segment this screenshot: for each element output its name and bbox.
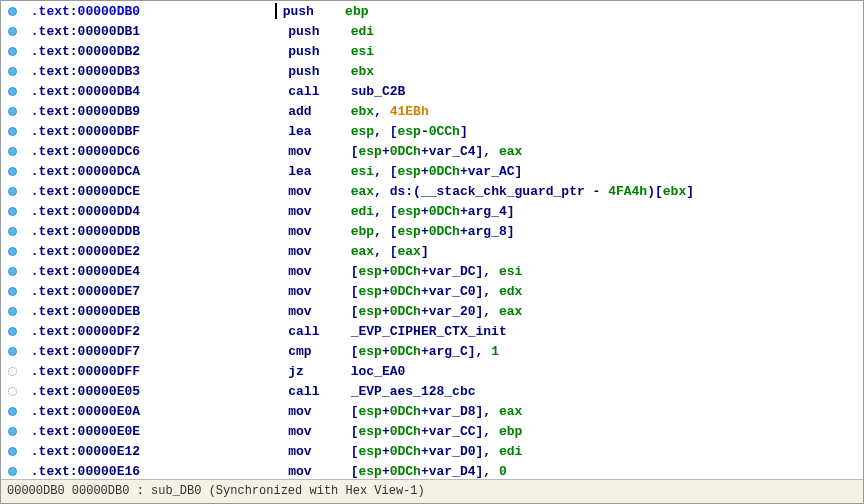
breakpoint-gutter[interactable] [1, 127, 23, 136]
breakpoint-dot-icon[interactable] [8, 67, 17, 76]
disasm-line[interactable]: .text:00000DFF jz loc_EA0 [1, 361, 863, 381]
breakpoint-dot-icon[interactable] [8, 7, 17, 16]
breakpoint-gutter[interactable] [1, 387, 23, 396]
breakpoint-gutter[interactable] [1, 187, 23, 196]
breakpoint-gutter[interactable] [1, 307, 23, 316]
breakpoint-gutter[interactable] [1, 67, 23, 76]
breakpoint-gutter[interactable] [1, 167, 23, 176]
breakpoint-dot-icon[interactable] [8, 247, 17, 256]
operands: eax, ds:(__stack_chk_guard_ptr - 4FA4h)[… [351, 184, 694, 199]
breakpoint-dot-icon[interactable] [8, 407, 17, 416]
disasm-line[interactable]: .text:00000E0A mov [esp+0DCh+var_D8], ea… [1, 401, 863, 421]
operand-reg: esp [359, 344, 382, 359]
breakpoint-dot-icon[interactable] [8, 147, 17, 156]
mnemonic: mov [288, 444, 350, 459]
address: .text:00000DE7 [31, 284, 140, 299]
operand-reg: esi [351, 44, 374, 59]
operand-p: ] [507, 204, 515, 219]
breakpoint-gutter[interactable] [1, 147, 23, 156]
breakpoint-gutter[interactable] [1, 87, 23, 96]
breakpoint-dot-icon[interactable] [8, 307, 17, 316]
breakpoint-dot-icon[interactable] [8, 127, 17, 136]
disasm-line[interactable]: .text:00000E12 mov [esp+0DCh+var_D0], ed… [1, 441, 863, 461]
operands: [esp+0DCh+var_D8], eax [351, 404, 523, 419]
breakpoint-gutter[interactable] [1, 427, 23, 436]
operand-num: 0CCh [429, 124, 460, 139]
operands: [esp+0DCh+var_DC], esi [351, 264, 523, 279]
disasm-line[interactable]: .text:00000DD4 mov edi, [esp+0DCh+arg_4] [1, 201, 863, 221]
disasm-line[interactable]: .text:00000DB1 push edi [1, 21, 863, 41]
disasm-line[interactable]: .text:00000E16 mov [esp+0DCh+var_D4], 0 [1, 461, 863, 479]
disasm-line[interactable]: .text:00000DB0 push ebp [1, 1, 863, 21]
operand-p: + [421, 144, 429, 159]
breakpoint-dot-icon[interactable] [8, 267, 17, 276]
breakpoint-gutter[interactable] [1, 107, 23, 116]
operands: esp, [esp-0CCh] [351, 124, 468, 139]
breakpoint-gutter[interactable] [1, 407, 23, 416]
breakpoint-gutter[interactable] [1, 467, 23, 476]
breakpoint-gutter[interactable] [1, 327, 23, 336]
disasm-line[interactable]: .text:00000DB4 call sub_C2B [1, 81, 863, 101]
disasm-line[interactable]: .text:00000DB2 push esi [1, 41, 863, 61]
operand-p: + [382, 344, 390, 359]
disasm-line[interactable]: .text:00000DBF lea esp, [esp-0CCh] [1, 121, 863, 141]
breakpoint-dot-icon[interactable] [8, 227, 17, 236]
disasm-line[interactable]: .text:00000DE4 mov [esp+0DCh+var_DC], es… [1, 261, 863, 281]
breakpoint-gutter[interactable] [1, 27, 23, 36]
disasm-line[interactable]: .text:00000DF2 call _EVP_CIPHER_CTX_init [1, 321, 863, 341]
operand-p: ], [476, 404, 499, 419]
disasm-line[interactable]: .text:00000DCE mov eax, ds:(__stack_chk_… [1, 181, 863, 201]
operand-reg: ebx [663, 184, 686, 199]
breakpoint-gutter[interactable] [1, 247, 23, 256]
disasm-line[interactable]: .text:00000DB3 push ebx [1, 61, 863, 81]
breakpoint-dot-icon[interactable] [8, 47, 17, 56]
operand-name: var_20 [429, 304, 476, 319]
disasm-line[interactable]: .text:00000DE7 mov [esp+0DCh+var_C0], ed… [1, 281, 863, 301]
breakpoint-dot-icon[interactable] [8, 87, 17, 96]
breakpoint-dot-icon[interactable] [8, 467, 17, 476]
operand-reg: ebp [499, 424, 522, 439]
breakpoint-dot-icon[interactable] [8, 27, 17, 36]
breakpoint-dot-icon[interactable] [8, 187, 17, 196]
breakpoint-gutter[interactable] [1, 227, 23, 236]
operand-p: )[ [647, 184, 663, 199]
breakpoint-dot-icon[interactable] [8, 447, 17, 456]
breakpoint-outline-icon[interactable] [8, 367, 17, 376]
breakpoint-gutter[interactable] [1, 7, 23, 16]
address: .text:00000DEB [31, 304, 140, 319]
breakpoint-gutter[interactable] [1, 347, 23, 356]
disasm-line[interactable]: .text:00000DF7 cmp [esp+0DCh+arg_C], 1 [1, 341, 863, 361]
breakpoint-gutter[interactable] [1, 267, 23, 276]
breakpoint-gutter[interactable] [1, 287, 23, 296]
breakpoint-gutter[interactable] [1, 207, 23, 216]
operands: ebx [351, 64, 374, 79]
breakpoint-dot-icon[interactable] [8, 287, 17, 296]
disasm-line[interactable]: .text:00000DB9 add ebx, 41EBh [1, 101, 863, 121]
breakpoint-dot-icon[interactable] [8, 167, 17, 176]
operands: loc_EA0 [351, 364, 406, 379]
breakpoint-dot-icon[interactable] [8, 207, 17, 216]
operand-p: + [460, 224, 468, 239]
operand-reg: esp [359, 464, 382, 479]
breakpoint-gutter[interactable] [1, 47, 23, 56]
disasm-line[interactable]: .text:00000E05 call _EVP_aes_128_cbc [1, 381, 863, 401]
disasm-line[interactable]: .text:00000DEB mov [esp+0DCh+var_20], ea… [1, 301, 863, 321]
breakpoint-gutter[interactable] [1, 447, 23, 456]
disasm-line[interactable]: .text:00000DC6 mov [esp+0DCh+var_C4], ea… [1, 141, 863, 161]
disasm-line[interactable]: .text:00000DCA lea esi, [esp+0DCh+var_AC… [1, 161, 863, 181]
breakpoint-outline-icon[interactable] [8, 387, 17, 396]
breakpoint-gutter[interactable] [1, 367, 23, 376]
disasm-line[interactable]: .text:00000DDB mov ebp, [esp+0DCh+arg_8] [1, 221, 863, 241]
mnemonic: add [288, 104, 350, 119]
operand-reg: eax [499, 304, 522, 319]
operand-p: ], [476, 464, 499, 479]
breakpoint-dot-icon[interactable] [8, 427, 17, 436]
disassembly-view[interactable]: .text:00000DB0 push ebp .text:00000DB1 p… [1, 1, 863, 479]
operand-p: + [421, 164, 429, 179]
operands: [esp+0DCh+var_D0], edi [351, 444, 523, 459]
disasm-line[interactable]: .text:00000DE2 mov eax, [eax] [1, 241, 863, 261]
disasm-line[interactable]: .text:00000E0E mov [esp+0DCh+var_CC], eb… [1, 421, 863, 441]
breakpoint-dot-icon[interactable] [8, 327, 17, 336]
breakpoint-dot-icon[interactable] [8, 347, 17, 356]
breakpoint-dot-icon[interactable] [8, 107, 17, 116]
